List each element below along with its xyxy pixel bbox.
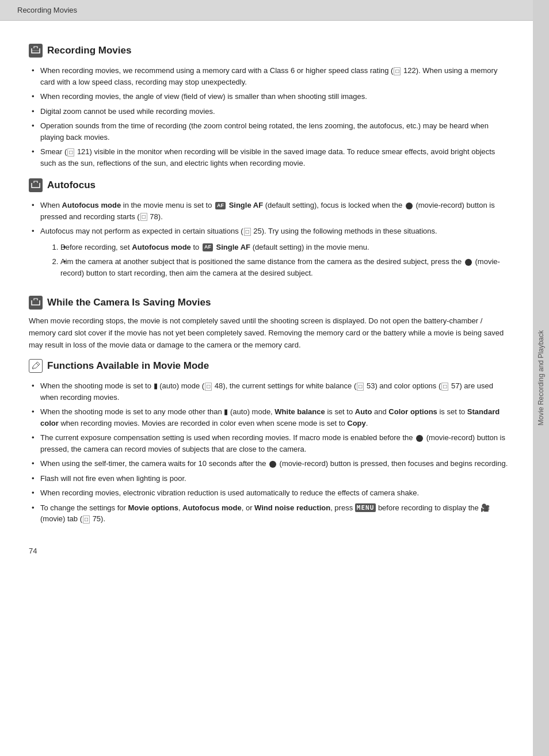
list-item: When the shooting mode is set to ▮ (auto…: [29, 379, 509, 404]
functions-list: When the shooting mode is set to ▮ (auto…: [29, 379, 509, 526]
list-item: When recording movies, electronic vibrat…: [29, 486, 509, 501]
list-item: When recording movies, the angle of view…: [29, 89, 509, 104]
list-item: The current exposure compensation settin…: [29, 430, 509, 456]
list-item: When the shooting mode is set to any mod…: [29, 404, 509, 430]
functions-title: Functions Available in Movie Mode: [47, 360, 209, 372]
recording-movies-list: When recording movies, we recommend usin…: [29, 63, 509, 170]
page-number: 74: [29, 547, 37, 555]
recording-movies-header: Recording Movies: [29, 44, 509, 58]
list-item: When recording movies, we recommend usin…: [29, 63, 509, 89]
while-saving-icon: [29, 296, 43, 310]
autofocus-steps: Before recording, set Autofocus mode to …: [40, 240, 509, 281]
list-item: Flash will not fire even when lighting i…: [29, 471, 509, 486]
sidebar-label: Movie Recording and Playback: [537, 330, 545, 425]
autofocus-title: Autofocus: [47, 180, 96, 191]
top-bar: Recording Movies: [0, 0, 549, 21]
list-item: Autofocus may not perform as expected in…: [29, 224, 509, 288]
functions-header: Functions Available in Movie Mode: [29, 359, 509, 373]
list-item: Aim the camera at another subject that i…: [60, 254, 509, 280]
list-item: Operation sounds from the time of record…: [29, 119, 509, 144]
while-saving-paragraph: When movie recording stops, the movie is…: [29, 315, 509, 351]
top-bar-title: Recording Movies: [17, 6, 77, 14]
functions-icon: [29, 359, 43, 373]
autofocus-header: Autofocus: [29, 178, 509, 192]
list-item: To change the settings for Movie options…: [29, 501, 509, 526]
list-item: Smear (□ 121) visible in the monitor whe…: [29, 144, 509, 170]
while-saving-title: While the Camera Is Saving Movies: [47, 297, 211, 308]
list-item: When Autofocus mode in the movie menu is…: [29, 198, 509, 224]
list-item: Digital zoom cannot be used while record…: [29, 104, 509, 119]
autofocus-icon: [29, 178, 43, 192]
autofocus-list: When Autofocus mode in the movie menu is…: [29, 198, 509, 288]
recording-movies-icon: [29, 44, 43, 58]
list-item: When using the self-timer, the camera wa…: [29, 456, 509, 471]
recording-movies-title: Recording Movies: [47, 45, 131, 56]
svg-line-2: [36, 363, 39, 365]
while-saving-header: While the Camera Is Saving Movies: [29, 296, 509, 310]
list-item: Before recording, set Autofocus mode to …: [60, 240, 509, 255]
